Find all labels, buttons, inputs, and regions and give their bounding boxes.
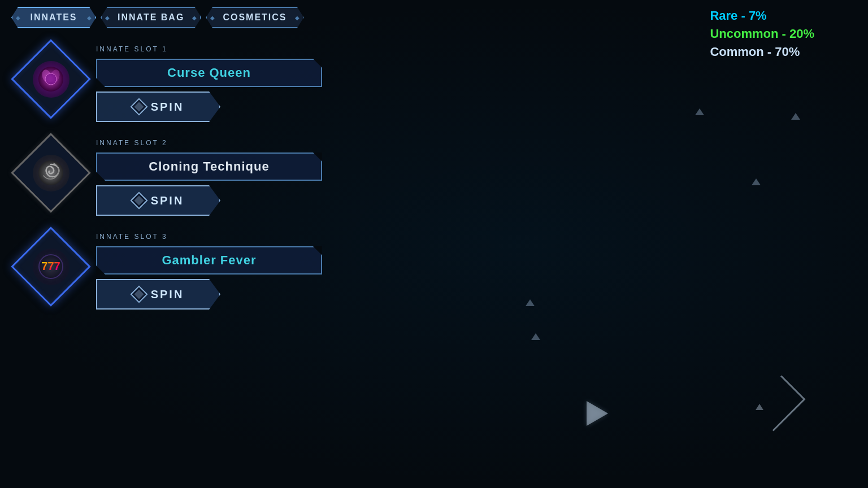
slot2-inner-icon — [33, 155, 70, 191]
slot3-inner-icon: 777 — [33, 249, 70, 285]
slot2-spin-diamond-icon — [130, 191, 147, 209]
main-content: INNATE SLOT 1 Curse Queen SPIN — [17, 45, 441, 326]
deco-tri-4 — [531, 333, 540, 340]
tab-innates[interactable]: INNATES — [11, 7, 96, 28]
svg-point-3 — [45, 73, 57, 85]
slot2-spin-label: SPIN — [151, 194, 184, 207]
slot3-name: Gambler Fever — [162, 253, 256, 268]
deco-tri-5 — [791, 113, 800, 120]
slot2-controls: INNATE SLOT 2 Cloning Technique SPIN — [96, 139, 441, 216]
slot1-name: Curse Queen — [167, 66, 251, 80]
tab-cosmetics[interactable]: COSMETICS — [206, 7, 303, 28]
slot1-spin-button[interactable]: SPIN — [96, 91, 220, 122]
svg-text:777: 777 — [41, 260, 60, 272]
slot2-spin-button[interactable]: SPIN — [96, 185, 220, 216]
slot3-svg: 777 — [36, 251, 67, 282]
navigation-tabs: INNATES INNATE BAG COSMETICS — [0, 0, 315, 35]
innate-slot-3: 777 INNATE SLOT 3 Gambler Fever SPIN — [17, 233, 441, 310]
rarity-common-label: Common - 70% — [710, 45, 814, 59]
slot1-name-box: Curse Queen — [96, 59, 322, 87]
tab-innate-bag[interactable]: INNATE BAG — [101, 7, 201, 28]
slot2-label: INNATE SLOT 2 — [96, 139, 441, 147]
rarity-panel: Rare - 7% Uncommon - 20% Common - 70% — [701, 0, 823, 68]
slot3-spin-button[interactable]: SPIN — [96, 279, 220, 310]
slot1-svg — [36, 64, 67, 95]
deco-tri-2 — [752, 178, 761, 185]
play-arrow-icon — [587, 401, 608, 426]
deco-tri-1 — [695, 108, 704, 115]
slot2-icon — [17, 139, 85, 207]
chevron-icon — [750, 376, 806, 432]
slot3-icon: 777 — [17, 233, 85, 300]
slot1-inner-icon — [33, 61, 70, 98]
slot1-spin-label: SPIN — [151, 101, 184, 114]
slot3-label: INNATE SLOT 3 — [96, 233, 441, 241]
deco-tri-3 — [526, 299, 535, 306]
deco-tri-6 — [756, 404, 763, 410]
slot2-name: Cloning Technique — [149, 159, 269, 174]
slot1-controls: INNATE SLOT 1 Curse Queen SPIN — [96, 45, 441, 122]
slot2-svg — [36, 158, 67, 189]
slot3-spin-diamond-icon — [130, 285, 147, 303]
slot1-spin-diamond-icon — [130, 98, 147, 115]
slot1-label: INNATE SLOT 1 — [96, 45, 441, 53]
slot3-spin-label: SPIN — [151, 288, 184, 301]
rarity-rare-label: Rare - 7% — [710, 8, 814, 23]
innate-slot-1: INNATE SLOT 1 Curse Queen SPIN — [17, 45, 441, 122]
slot3-name-box: Gambler Fever — [96, 246, 322, 274]
slot1-icon — [17, 45, 85, 113]
slot2-name-box: Cloning Technique — [96, 152, 322, 181]
rarity-uncommon-label: Uncommon - 20% — [710, 27, 814, 41]
slot3-controls: INNATE SLOT 3 Gambler Fever SPIN — [96, 233, 441, 310]
innate-slot-2: INNATE SLOT 2 Cloning Technique SPIN — [17, 139, 441, 216]
